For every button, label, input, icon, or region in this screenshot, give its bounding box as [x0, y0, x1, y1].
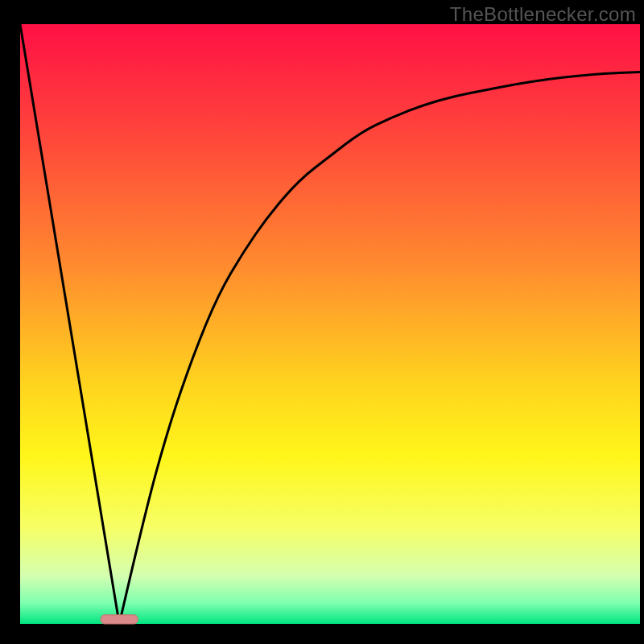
- chart-stage: TheBottlenecker.com: [0, 0, 644, 644]
- plot-area: [20, 24, 640, 624]
- watermark-text: TheBottlenecker.com: [450, 3, 636, 26]
- bottleneck-chart: [0, 0, 644, 644]
- optimum-marker: [101, 615, 138, 624]
